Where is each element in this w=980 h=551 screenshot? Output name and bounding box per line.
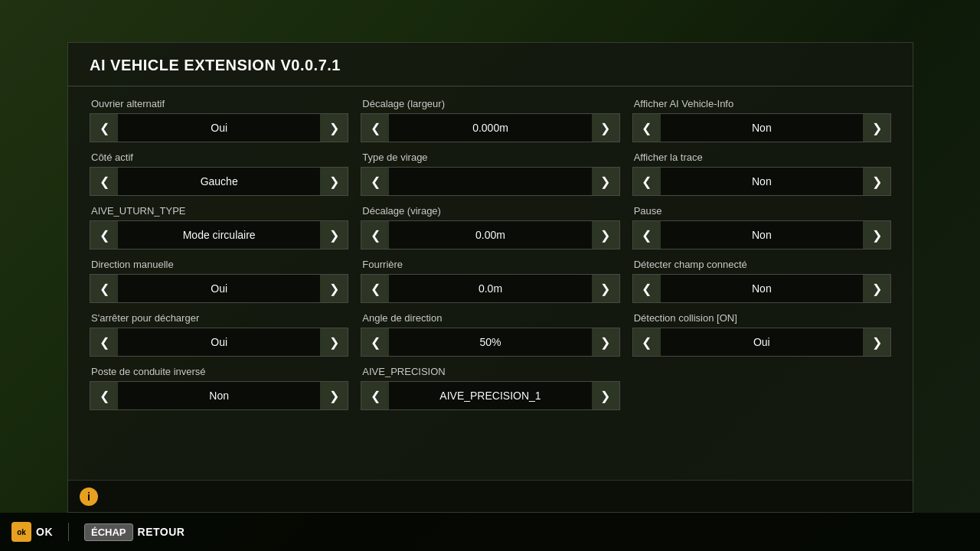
control-sarreter-decharger: ❮ Oui ❯ [90,328,348,357]
prev-decalage-largeur[interactable]: ❮ [361,114,389,142]
setting-direction-manuelle: Direction manuelle ❮ Oui ❯ [90,259,348,303]
value-detection-collision: Oui [661,336,863,348]
control-fourriere: ❮ 0.0m ❯ [361,274,619,303]
settings-col-3: Afficher AI Vehicle-Info ❮ Non ❯ Affiche… [626,98,897,419]
next-direction-manuelle[interactable]: ❯ [320,275,348,302]
next-decalage-virage[interactable]: ❯ [592,221,619,249]
next-type-virage[interactable]: ❯ [592,168,619,195]
control-decalage-largeur: ❮ 0.000m ❯ [361,113,619,142]
setting-cote-actif: Côté actif ❮ Gauche ❯ [90,152,348,196]
value-decalage-largeur: 0.000m [389,122,591,134]
label-ouvrier-alternatif: Ouvrier alternatif [90,98,348,109]
next-aive-uturn-type[interactable]: ❯ [320,221,348,249]
setting-detection-collision: Détection collision [ON] ❮ Oui ❯ [632,312,891,357]
setting-detecter-champ-connecte: Détecter champ connecté ❮ Non ❯ [632,259,891,303]
control-aive-uturn-type: ❮ Mode circulaire ❯ [90,220,348,249]
setting-pause: Pause ❮ Non ❯ [632,205,891,249]
info-icon: i [80,487,98,506]
control-detecter-champ-connecte: ❮ Non ❯ [632,274,891,303]
value-poste-conduite-inverse: Non [118,390,320,402]
label-pause: Pause [632,205,891,217]
setting-angle-direction: Angle de direction ❮ 50% ❯ [361,312,619,357]
setting-aive-uturn-type: AIVE_UTURN_TYPE ❮ Mode circulaire ❯ [90,205,348,249]
next-cote-actif[interactable]: ❯ [320,168,348,195]
control-pause: ❮ Non ❯ [632,220,891,249]
label-decalage-largeur: Décalage (largeur) [361,98,619,109]
label-afficher-ai-info: Afficher AI Vehicle-Info [632,98,891,109]
label-afficher-trace: Afficher la trace [632,152,891,163]
label-sarreter-decharger: S'arrêter pour décharger [90,312,348,324]
bottom-bar: ok OK ÉCHAP RETOUR [0,513,980,551]
control-angle-direction: ❮ 50% ❯ [361,328,619,357]
setting-decalage-largeur: Décalage (largeur) ❮ 0.000m ❯ [361,98,619,142]
prev-pause[interactable]: ❮ [633,221,661,249]
setting-afficher-trace: Afficher la trace ❮ Non ❯ [632,152,891,196]
prev-detection-collision[interactable]: ❮ [633,328,661,356]
prev-aive-precision[interactable]: ❮ [361,382,389,409]
prev-type-virage[interactable]: ❮ [361,168,389,195]
value-aive-precision: AIVE_PRECISION_1 [389,390,591,402]
next-angle-direction[interactable]: ❯ [592,328,619,356]
prev-direction-manuelle[interactable]: ❮ [90,275,118,302]
prev-fourriere[interactable]: ❮ [361,275,389,302]
next-decalage-largeur[interactable]: ❯ [592,114,619,142]
prev-afficher-ai-info[interactable]: ❮ [633,114,661,142]
value-sarreter-decharger: Oui [118,336,320,348]
prev-poste-conduite-inverse[interactable]: ❮ [90,382,118,409]
prev-aive-uturn-type[interactable]: ❮ [90,221,118,249]
label-type-virage: Type de virage [361,152,619,163]
control-decalage-virage: ❮ 0.00m ❯ [361,220,619,249]
label-decalage-virage: Décalage (virage) [361,205,619,217]
label-cote-actif: Côté actif [90,152,348,163]
prev-cote-actif[interactable]: ❮ [90,168,118,195]
next-detecter-champ-connecte[interactable]: ❯ [863,275,890,302]
next-aive-precision[interactable]: ❯ [592,382,619,409]
panel-footer: i [68,480,913,512]
ok-label: OK [36,526,53,538]
value-decalage-virage: 0.00m [389,229,591,241]
prev-detecter-champ-connecte[interactable]: ❮ [633,275,661,302]
back-key: ÉCHAP [84,523,133,541]
control-direction-manuelle: ❮ Oui ❯ [90,274,348,303]
separator [68,523,69,541]
control-cote-actif: ❮ Gauche ❯ [90,167,348,196]
back-action[interactable]: ÉCHAP RETOUR [84,523,185,541]
label-angle-direction: Angle de direction [361,312,619,324]
control-type-virage: ❮ ❯ [361,167,619,196]
next-pause[interactable]: ❯ [863,221,890,249]
ok-action[interactable]: ok OK [11,522,53,542]
label-fourriere: Fourrière [361,259,619,270]
control-detection-collision: ❮ Oui ❯ [632,328,891,357]
value-afficher-ai-info: Non [661,122,863,134]
next-sarreter-decharger[interactable]: ❯ [320,328,348,356]
prev-angle-direction[interactable]: ❮ [361,328,389,356]
settings-grid: Ouvrier alternatif ❮ Oui ❯ Côté actif ❮ … [68,86,913,431]
value-afficher-trace: Non [661,175,863,187]
panel-title: AI VEHICLE EXTENSION V0.0.7.1 [68,43,913,86]
label-aive-precision: AIVE_PRECISION [361,366,619,377]
value-detecter-champ-connecte: Non [661,282,863,295]
ok-key-icon: ok [11,522,31,542]
value-fourriere: 0.0m [389,282,591,295]
settings-col-1: Ouvrier alternatif ❮ Oui ❯ Côté actif ❮ … [83,98,354,419]
value-direction-manuelle: Oui [118,282,320,295]
prev-ouvrier-alternatif[interactable]: ❮ [90,114,118,142]
value-angle-direction: 50% [389,336,591,348]
control-poste-conduite-inverse: ❮ Non ❯ [90,381,348,410]
label-detecter-champ-connecte: Détecter champ connecté [632,259,891,270]
next-detection-collision[interactable]: ❯ [863,328,890,356]
next-afficher-trace[interactable]: ❯ [863,168,890,195]
setting-ouvrier-alternatif: Ouvrier alternatif ❮ Oui ❯ [90,98,348,142]
label-detection-collision: Détection collision [ON] [632,312,891,324]
control-afficher-trace: ❮ Non ❯ [632,167,891,196]
next-afficher-ai-info[interactable]: ❯ [863,114,890,142]
next-ouvrier-alternatif[interactable]: ❯ [320,114,348,142]
setting-fourriere: Fourrière ❮ 0.0m ❯ [361,259,619,303]
prev-sarreter-decharger[interactable]: ❮ [90,328,118,356]
prev-afficher-trace[interactable]: ❮ [633,168,661,195]
value-pause: Non [661,229,863,241]
next-poste-conduite-inverse[interactable]: ❯ [320,382,348,409]
prev-decalage-virage[interactable]: ❮ [361,221,389,249]
setting-sarreter-decharger: S'arrêter pour décharger ❮ Oui ❯ [90,312,348,357]
next-fourriere[interactable]: ❯ [592,275,619,302]
